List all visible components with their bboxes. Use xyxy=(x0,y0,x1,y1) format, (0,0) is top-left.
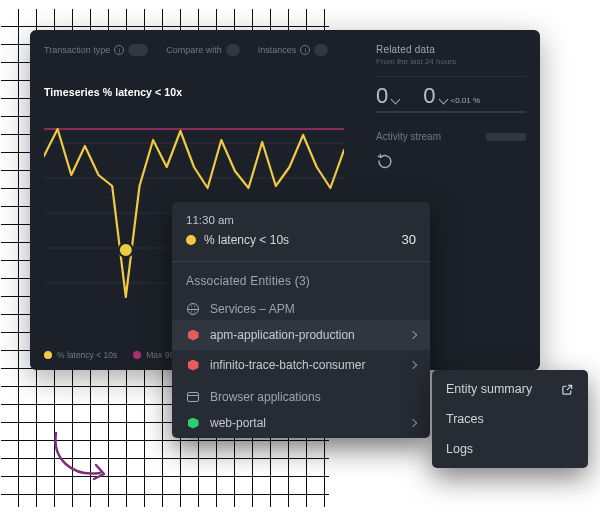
submenu-label: Entity summary xyxy=(446,382,532,396)
submenu-traces[interactable]: Traces xyxy=(432,404,588,434)
svg-line-7 xyxy=(567,385,571,389)
datapoint-popover: 11:30 am % latency < 10s 30 Associated E… xyxy=(172,202,430,438)
legend-label: % latency < 10s xyxy=(57,350,117,360)
chevron-right-icon xyxy=(409,331,417,339)
activity-stream-label: Activity stream xyxy=(376,131,441,142)
metric-value: 0 xyxy=(423,83,435,109)
filter-pill xyxy=(314,44,328,56)
legend-item-latency: % latency < 10s xyxy=(44,350,117,360)
hexagon-icon xyxy=(186,416,200,430)
entity-name: infinito-trace-batch-consumer xyxy=(210,358,400,372)
filter-transaction-type[interactable]: Transaction type i xyxy=(44,44,148,56)
chevron-down-icon xyxy=(438,95,448,105)
chart-legend: % latency < 10s Max 99.99 xyxy=(44,350,186,360)
filter-pill xyxy=(128,44,148,56)
chevron-right-icon xyxy=(409,361,417,369)
external-link-icon xyxy=(561,383,574,396)
metric-value: 0 xyxy=(376,83,388,109)
tooltip-metric-value: 30 xyxy=(402,232,416,247)
decorative-arrow xyxy=(50,425,120,499)
filter-label: Instances xyxy=(258,45,297,55)
entity-name: web-portal xyxy=(210,416,400,430)
undo-button[interactable] xyxy=(376,152,526,170)
submenu-label: Traces xyxy=(446,412,484,426)
info-icon: i xyxy=(300,45,310,55)
related-data-title: Related data xyxy=(376,44,526,55)
entity-row-infinito-trace[interactable]: infinito-trace-batch-consumer xyxy=(172,350,430,380)
entities-group-browser: Browser applications xyxy=(172,380,430,408)
group-label: Services – APM xyxy=(210,302,416,316)
svg-point-6 xyxy=(119,243,133,257)
globe-icon xyxy=(186,302,200,316)
submenu-entity-summary[interactable]: Entity summary xyxy=(432,374,588,404)
chevron-down-icon xyxy=(391,95,401,105)
entities-group-services: Services – APM xyxy=(172,292,430,320)
metric-pct: <0.01 % xyxy=(451,96,481,105)
metric-a[interactable]: 0 xyxy=(376,83,399,109)
info-icon: i xyxy=(114,45,124,55)
tooltip-metric-label: % latency < 10s xyxy=(204,233,289,247)
filter-compare-with[interactable]: Compare with xyxy=(166,44,240,56)
group-label: Browser applications xyxy=(210,390,416,404)
filter-pill xyxy=(226,44,240,56)
swatch-pink xyxy=(133,351,141,359)
related-data-panel: Related data From the last 24 hours 0 0 … xyxy=(376,44,526,170)
hexagon-icon xyxy=(186,328,200,342)
entity-submenu: Entity summary Traces Logs xyxy=(432,370,588,468)
chevron-right-icon xyxy=(409,419,417,427)
swatch-yellow xyxy=(44,351,52,359)
hexagon-icon xyxy=(186,358,200,372)
submenu-label: Logs xyxy=(446,442,473,456)
metric-b[interactable]: 0 <0.01 % xyxy=(423,83,480,109)
filter-label: Compare with xyxy=(166,45,222,55)
entity-row-apm-production[interactable]: apm-application-production xyxy=(172,320,430,350)
chart-title: Timeseries % latency < 10x xyxy=(44,86,344,98)
tooltip-time: 11:30 am xyxy=(186,214,416,226)
submenu-logs[interactable]: Logs xyxy=(432,434,588,464)
browser-icon xyxy=(186,390,200,404)
entity-name: apm-application-production xyxy=(210,328,400,342)
related-data-subtitle: From the last 24 hours xyxy=(376,57,526,66)
entity-row-web-portal[interactable]: web-portal xyxy=(172,408,430,438)
filter-instances[interactable]: Instances i xyxy=(258,44,329,56)
activity-pill xyxy=(486,133,526,141)
associated-entities-header: Associated Entities (3) xyxy=(172,262,430,292)
filter-label: Transaction type xyxy=(44,45,110,55)
swatch-yellow xyxy=(186,235,196,245)
